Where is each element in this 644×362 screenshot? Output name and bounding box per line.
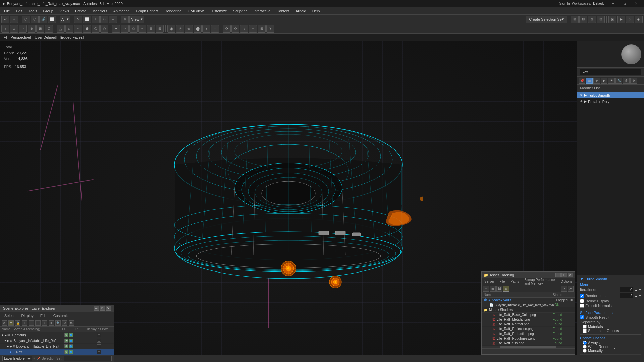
tb2-btn-2[interactable]: ◇ [10, 25, 18, 33]
link-down-btn[interactable]: ↓ [42, 320, 47, 326]
asset-tracking-minimize[interactable]: ─ [555, 273, 561, 277]
layer-expand-1[interactable]: ▶ [7, 339, 9, 342]
at-file-row-3[interactable]: 🖼 Life_Raft_Reflection.png Found [482, 327, 575, 331]
at-maps-folder[interactable]: 📁 Maps / Shaders [482, 307, 575, 313]
vis-eye-0[interactable]: 👁 [64, 333, 68, 337]
vis-eye-3[interactable]: 👁 [64, 350, 68, 354]
tb2-btn-19[interactable]: ◉ [167, 25, 175, 33]
render-setup-btn[interactable]: ▣ [608, 16, 616, 23]
scene-explorer-header[interactable]: Scene Explorer - Layer Explorer ─ □ ✕ [0, 305, 114, 312]
tb2-btn-12[interactable]: ⬡ [100, 25, 108, 33]
tb2-btn-15[interactable]: ✩ [129, 25, 138, 33]
render-btn[interactable]: ▶ [617, 16, 625, 23]
object-name-input[interactable] [580, 69, 641, 75]
at-menu-options[interactable]: Options [559, 279, 574, 284]
manually-radio[interactable] [583, 349, 587, 353]
tb2-btn-30[interactable]: ? [266, 25, 274, 33]
redo-btn[interactable]: ↪ [10, 16, 18, 23]
add-btn[interactable]: + [22, 320, 27, 326]
menu-modifiers[interactable]: Modifiers [90, 8, 110, 14]
layer-explorer-dropdown[interactable]: Layer Explorer [2, 356, 32, 361]
tb2-btn-20[interactable]: ◎ [176, 25, 184, 33]
layer-row-1[interactable]: ● ▶ ⊞ Buoyant_Inflatable_Life_Raft 👁 🔷 □ [0, 338, 114, 344]
bind-btn[interactable]: 🔗 [39, 16, 47, 23]
vis-eye-2[interactable]: 👁 [64, 344, 68, 348]
utilities-btn[interactable]: 🔧 [615, 78, 622, 84]
smooth-result-checkbox[interactable] [580, 315, 584, 319]
viewport-shading[interactable]: [Edged Faces] [60, 35, 84, 39]
menu-create[interactable]: Create [72, 8, 89, 14]
layer-row-2[interactable]: ● ▶ ⊞ Buoyant_Inflatable_Life_Raft 👁 🔷 □ [0, 344, 114, 349]
menu-group[interactable]: Group [40, 8, 56, 14]
render-iters-up[interactable]: ▲ [635, 294, 637, 297]
selection-set-input[interactable] [64, 356, 112, 361]
layer-row-0[interactable]: ● ▶ ⊞ 0 (default) 👁 🔷 □ [0, 332, 114, 338]
menu-civil-view[interactable]: Civil View [185, 8, 206, 14]
maximize-btn[interactable]: □ [619, 0, 630, 7]
iterations-input[interactable] [620, 287, 633, 292]
modifier-turbosmooth[interactable]: 👁 ▶ TurboSmooth [577, 92, 644, 98]
explicit-normals-checkbox[interactable] [580, 304, 584, 308]
ref-coord-btn[interactable]: ⊕ [121, 16, 129, 23]
hierarchy-btn[interactable]: ⊕ [593, 78, 600, 84]
tb2-btn-11[interactable]: ⬠ [92, 25, 100, 33]
at-menu-paths[interactable]: Paths [509, 279, 521, 284]
rotate-btn[interactable]: ↻ [100, 16, 108, 23]
active-shade-btn[interactable]: ◈ [635, 16, 643, 23]
display-btn[interactable]: 👁 [608, 78, 615, 84]
vis-render-3[interactable]: 🔷 [69, 350, 73, 354]
delete-btn[interactable]: 🗑 [623, 78, 630, 84]
layer-row-3[interactable]: ● ⬡ Raft 👁 🔷 □ [0, 349, 114, 355]
vis-eye-1[interactable]: 👁 [64, 339, 68, 343]
scene-explorer-close[interactable]: ✕ [106, 306, 111, 311]
scene-explorer-maximize[interactable]: □ [100, 306, 105, 311]
isoline-checkbox[interactable] [580, 299, 584, 303]
at-file-row-2[interactable]: 🖼 Life_Raft_Normal.png Found [482, 322, 575, 327]
tb2-btn-4[interactable]: ⊕ [28, 25, 36, 33]
menu-customize[interactable]: Customize [207, 8, 230, 14]
at-tb-grid[interactable]: ⊞ [490, 286, 496, 292]
menu-help[interactable]: Help [310, 8, 323, 14]
scale-btn[interactable]: ⬧ [109, 16, 117, 23]
menu-views[interactable]: Views [57, 8, 72, 14]
asset-file-row[interactable]: 📄 Buoyant_Inflatable_Life_Raft_max_vray.… [482, 303, 575, 307]
settings-btn[interactable]: ⚙ [630, 78, 637, 84]
at-menu-bitmap[interactable]: Bitmap Performance and Memory [523, 278, 556, 286]
tab-display[interactable]: Display [19, 313, 36, 318]
at-file-row-0[interactable]: 🖼 Life_Raft_Base_Color.png Found [482, 313, 575, 317]
materials-checkbox[interactable] [583, 325, 587, 329]
vis-render-1[interactable]: 🔷 [69, 339, 73, 343]
tab-select[interactable]: Select [2, 313, 17, 318]
undo-btn[interactable]: ↩ [1, 16, 9, 23]
tb2-btn-3[interactable]: ○ [19, 25, 27, 33]
viewport-user-defined[interactable]: [User Defined] [34, 35, 57, 39]
menu-scripting[interactable]: Scripting [230, 8, 250, 14]
render-iters-checkbox[interactable] [580, 294, 584, 298]
tb2-btn-10[interactable]: ⬟ [83, 25, 91, 33]
motion-btn[interactable]: ▶ [601, 78, 607, 84]
tb2-btn-27[interactable]: ↕ [240, 25, 248, 33]
spinner-snap-btn[interactable]: ⊡ [597, 16, 605, 23]
filter-clear-btn[interactable]: ✕ [2, 320, 7, 326]
explorer-pin-btn[interactable]: 📌 [37, 357, 40, 360]
at-file-row-6[interactable]: 🖼 Life_Raft_Sss.png Found [482, 341, 575, 346]
select-region-btn[interactable]: ⬜ [83, 16, 91, 23]
filter-btn[interactable]: ▼ [8, 320, 14, 326]
viewport-perspective[interactable]: [Perspective] [10, 35, 31, 39]
select-all-dropdown[interactable]: All ▾ [60, 16, 70, 23]
workspaces-dropdown[interactable]: Default [593, 2, 604, 5]
render-frame-btn[interactable]: ▷ [626, 16, 634, 23]
tb2-btn-23[interactable]: ⬥ [202, 25, 210, 33]
at-file-row-4[interactable]: 🖼 Life_Raft_Refraction.png Found [482, 331, 575, 336]
scene-explorer-minimize[interactable]: ─ [94, 306, 99, 311]
layer-display-box-2[interactable]: □ [97, 344, 101, 348]
sort-btn[interactable]: ≡ [49, 320, 54, 326]
asset-tracking-maximize[interactable]: □ [561, 273, 567, 277]
tb2-btn-5[interactable]: ⊞ [36, 25, 44, 33]
at-scrollbar[interactable] [482, 346, 575, 348]
more-btn[interactable]: ≫ [69, 320, 74, 326]
minimize-btn[interactable]: ─ [608, 0, 619, 7]
layer-expand-0[interactable]: ▶ [5, 334, 7, 337]
tb2-btn-13[interactable]: ✦ [112, 25, 120, 33]
select-filter-btn[interactable]: ⬜ [48, 16, 56, 23]
